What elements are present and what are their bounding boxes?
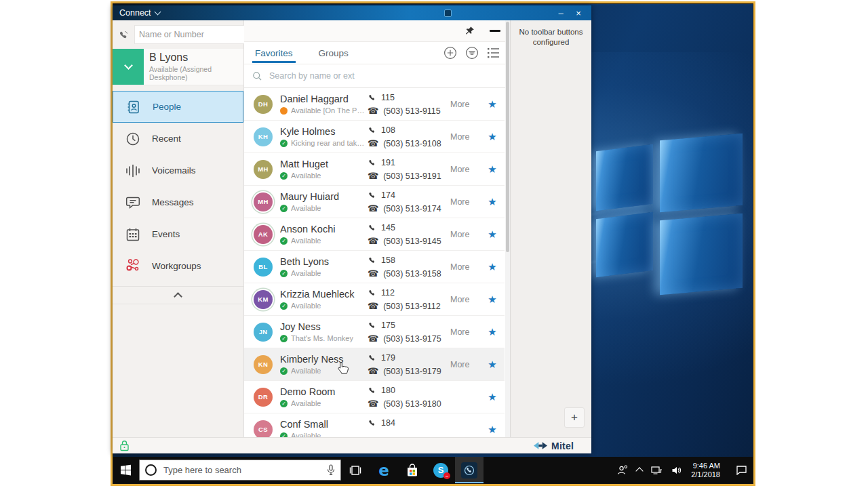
contact-name: Conf Small <box>280 419 365 430</box>
more-button[interactable]: More <box>450 165 480 174</box>
phone-line: ☎ (503) 513-9108 <box>368 137 450 150</box>
contact-row[interactable]: KH Kyle Holmes ✓ Kicking rear and taking… <box>244 121 505 153</box>
user-presence-dropdown[interactable] <box>113 49 144 85</box>
close-button[interactable]: × <box>570 8 587 18</box>
taskbar-clock[interactable]: 9:46 AM 2/1/2018 <box>691 462 720 479</box>
favorite-star-icon[interactable]: ★ <box>480 131 505 143</box>
task-view-button[interactable] <box>341 457 370 483</box>
favorite-star-icon[interactable]: ★ <box>480 261 505 273</box>
taskbar-search[interactable] <box>139 460 341 481</box>
sidebar-item-label: Workgroups <box>152 261 201 271</box>
toolbar-empty-message: No toolbar buttons configured <box>511 20 591 54</box>
more-button[interactable]: More <box>450 360 480 369</box>
more-button[interactable]: More <box>450 230 480 239</box>
extension-line: 112 <box>368 286 450 300</box>
sidebar-item-messages[interactable]: Messages <box>113 186 243 218</box>
filter-icon[interactable] <box>465 46 479 60</box>
sidebar-item-recent[interactable]: Recent <box>113 123 243 155</box>
contact-name: Joy Ness <box>280 321 365 333</box>
action-center-icon[interactable] <box>736 465 747 475</box>
quick-dial-row <box>113 20 243 49</box>
contact-row[interactable]: KM Krizzia Muehleck ✓ Available 112 ☎ (5… <box>244 283 505 316</box>
sidebar-item-workgroups[interactable]: Workgroups <box>113 250 243 282</box>
favorite-star-icon[interactable]: ★ <box>480 424 505 436</box>
people-tray-icon[interactable] <box>617 465 628 475</box>
favorite-star-icon[interactable]: ★ <box>480 359 505 371</box>
more-button[interactable]: More <box>450 327 480 337</box>
volume-icon[interactable] <box>671 466 682 475</box>
store-icon[interactable] <box>398 457 427 483</box>
minimize-button[interactable]: – <box>552 8 570 18</box>
edge-icon[interactable]: e <box>370 457 398 483</box>
sidebar-item-label: People <box>153 102 181 112</box>
sidebar-item-events[interactable]: Events <box>113 218 243 250</box>
chevron-down-icon <box>154 9 161 16</box>
tab-groups[interactable]: Groups <box>317 43 350 62</box>
list-view-icon[interactable] <box>487 47 500 59</box>
tab-favorites[interactable]: Favorites <box>254 43 294 62</box>
sidebar-collapse-button[interactable] <box>113 287 243 304</box>
deskphone-icon: ☎ <box>368 367 378 375</box>
contact-row[interactable]: MH Matt Huget ✓ Available 191 ☎ (503) 51… <box>244 153 505 186</box>
contacts-search-input[interactable] <box>268 70 502 81</box>
add-icon[interactable] <box>443 46 457 60</box>
contact-row[interactable]: JN Joy Ness ✓ That's Ms. Monkey 175 ☎ (5… <box>244 316 505 348</box>
connect-menu-button[interactable]: Connect <box>117 8 163 18</box>
favorite-star-icon[interactable]: ★ <box>480 326 505 338</box>
more-button[interactable]: More <box>450 100 480 109</box>
phone-number: (503) 513-9158 <box>383 269 441 279</box>
panel-toolbar <box>244 20 510 42</box>
favorite-star-icon[interactable]: ★ <box>480 196 505 208</box>
contact-row[interactable]: BL Beth Lyons ✓ Available 158 ☎ (503) 51… <box>244 251 505 283</box>
extension-line: 158 <box>368 253 450 267</box>
more-button[interactable]: More <box>450 262 480 272</box>
avatar: BL <box>254 258 273 277</box>
start-button[interactable] <box>113 457 138 483</box>
taskbar-search-input[interactable] <box>162 464 321 476</box>
contact-row[interactable]: CS Conf Small ✓ Available 184 ☎ ★ <box>244 413 505 437</box>
microphone-icon[interactable] <box>327 464 335 476</box>
collapse-dash-icon[interactable] <box>490 30 500 32</box>
skype-icon[interactable]: S– <box>427 457 455 483</box>
favorite-star-icon[interactable]: ★ <box>480 163 505 176</box>
phone-number: (503) 513-9112 <box>383 302 441 311</box>
extension-line: 115 <box>368 91 450 104</box>
tray-expand-chevron[interactable] <box>637 466 642 474</box>
sidebar-item-people[interactable]: People <box>113 91 243 123</box>
phone-line: ☎ (503) 513-9158 <box>368 267 450 281</box>
titlebar-dock-icon[interactable] <box>444 9 452 17</box>
presence-icon: ✓ <box>280 367 288 375</box>
scrollbar[interactable] <box>505 20 510 437</box>
presence-icon: ✓ <box>280 432 288 438</box>
add-toolbar-button[interactable]: + <box>564 407 585 428</box>
more-button[interactable]: More <box>450 197 480 207</box>
contact-row[interactable]: MH Maury Huiard ✓ Available 174 ☎ (503) … <box>244 186 505 218</box>
mouse-cursor <box>337 361 349 378</box>
sidebar-item-voicemails[interactable]: Voicemails <box>113 155 243 186</box>
favorite-star-icon[interactable]: ★ <box>480 293 505 306</box>
avatar-initials: BL <box>258 263 267 270</box>
more-button[interactable]: More <box>450 295 480 304</box>
mitel-connect-taskbar-icon[interactable] <box>455 457 484 483</box>
more-button[interactable]: More <box>450 132 480 142</box>
system-tray: 9:46 AM 2/1/2018 <box>617 462 753 479</box>
contact-row[interactable]: DR Demo Room ✓ Available 180 ☎ (503) 513… <box>244 381 505 413</box>
contact-name: Krizzia Muehleck <box>280 289 365 300</box>
quick-dial-input[interactable] <box>135 30 252 39</box>
extension-number: 179 <box>381 353 395 363</box>
favorite-star-icon[interactable]: ★ <box>480 228 505 241</box>
scrollbar-thumb[interactable] <box>506 22 509 252</box>
pin-icon[interactable] <box>465 26 475 36</box>
contact-row[interactable]: KN Kimberly Ness ✓ Available 179 ☎ (503)… <box>244 348 505 381</box>
contact-row[interactable]: DH Daniel Haggard Available [On The Phon… <box>244 88 505 121</box>
extension-number: 115 <box>381 93 395 102</box>
network-icon[interactable] <box>651 466 663 475</box>
avatar: JN <box>254 323 273 342</box>
chevron-up-icon <box>174 292 182 301</box>
favorite-star-icon[interactable]: ★ <box>480 98 505 110</box>
presence-icon: ✓ <box>280 140 288 147</box>
contact-row[interactable]: AK Anson Kochi ✓ Available 145 ☎ (503) 5… <box>244 218 505 251</box>
tabs-row: FavoritesGroups <box>244 42 510 64</box>
search-icon <box>252 71 262 81</box>
favorite-star-icon[interactable]: ★ <box>480 391 505 403</box>
